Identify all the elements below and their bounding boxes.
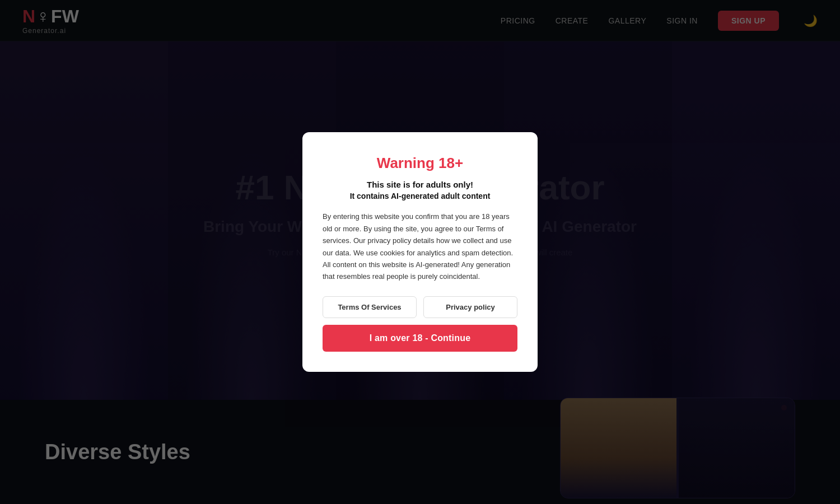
modal-subtitle: This site is for adults only! [323, 180, 517, 189]
modal-link-buttons: Terms Of Services Privacy policy [323, 296, 517, 318]
modal-subtitle2: It contains AI-generated adult content [323, 192, 517, 200]
continue-button[interactable]: I am over 18 - Continue [323, 325, 517, 352]
privacy-button[interactable]: Privacy policy [423, 296, 517, 318]
tos-button[interactable]: Terms Of Services [323, 296, 417, 318]
modal-title: Warning 18+ [323, 155, 517, 172]
modal-overlay: Warning 18+ This site is for adults only… [0, 0, 840, 504]
age-warning-modal: Warning 18+ This site is for adults only… [302, 132, 538, 372]
modal-body-text: By entering this website you confirm tha… [323, 211, 517, 283]
